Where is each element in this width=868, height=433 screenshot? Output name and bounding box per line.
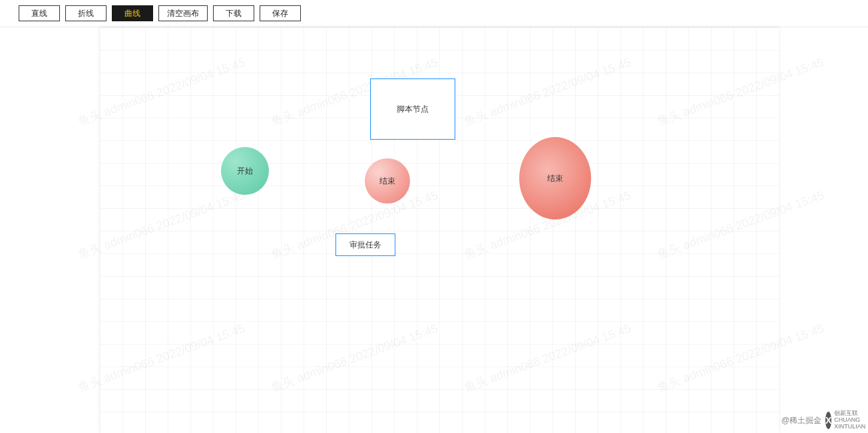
logo-mark-icon: X [825, 412, 831, 429]
watermark: 鱼头 admin066 2022/09/04 15:45 [462, 320, 633, 395]
save-button[interactable]: 保存 [260, 5, 301, 21]
logo-brand-en: CHUANG XINTULIAN [834, 417, 865, 430]
start-node[interactable]: 开始 [221, 147, 269, 195]
watermark: 鱼头 admin066 2022/09/04 15:45 [76, 320, 247, 395]
curve-button[interactable]: 曲线 [112, 5, 153, 21]
watermark: 鱼头 admin066 2022/09/04 15:45 [76, 54, 247, 129]
node-label: 审批任务 [349, 239, 381, 251]
polyline-button[interactable]: 折线 [65, 5, 107, 21]
node-label: 结束 [379, 176, 395, 187]
line-button[interactable]: 直线 [19, 5, 60, 21]
approval-task-node[interactable]: 审批任务 [335, 233, 395, 256]
canvas[interactable]: 鱼头 admin066 2022/09/04 15:45 鱼头 admin066… [100, 27, 779, 433]
watermark: 鱼头 admin066 2022/09/04 15:45 [462, 54, 633, 129]
node-label: 脚本节点 [397, 104, 429, 115]
watermark: 鱼头 admin066 2022/09/04 15:45 [655, 320, 826, 395]
logo-text: 创新互联 CHUANG XINTULIAN [834, 410, 865, 430]
watermark: 鱼头 admin066 2022/09/04 15:45 [655, 187, 826, 262]
watermark: 鱼头 admin066 2022/09/04 15:45 [76, 187, 247, 262]
clear-canvas-button[interactable]: 清空画布 [158, 5, 208, 21]
watermark: 鱼头 admin066 2022/09/04 15:45 [655, 54, 826, 129]
script-node[interactable]: 脚本节点 [370, 78, 455, 140]
credit-text: @稀土掘金 [781, 415, 821, 426]
watermark: 鱼头 admin066 2022/09/04 15:45 [269, 320, 440, 395]
download-button[interactable]: 下载 [213, 5, 254, 21]
node-label: 结束 [547, 173, 563, 184]
node-label: 开始 [237, 166, 253, 177]
toolbar: 直线 折线 曲线 清空画布 下载 保存 [0, 0, 868, 27]
end-node-large[interactable]: 结束 [519, 137, 591, 219]
brand-logo: X 创新互联 CHUANG XINTULIAN [825, 410, 864, 430]
end-node-small[interactable]: 结束 [365, 158, 410, 204]
